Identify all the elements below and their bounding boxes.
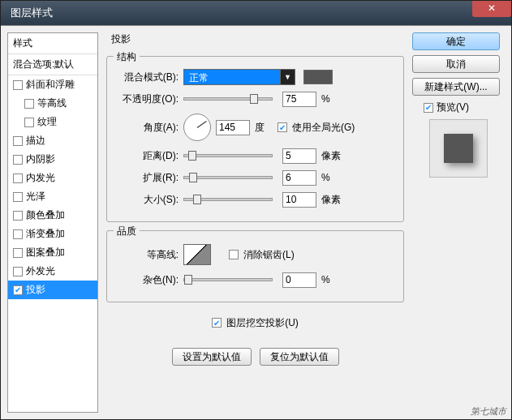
reset-default-button[interactable]: 复位为默认值	[260, 348, 339, 366]
style-checkbox-satin[interactable]	[13, 192, 23, 202]
blend-mode-dropdown[interactable]: 正常 ▼	[183, 69, 295, 85]
global-light-checkbox[interactable]: ✔	[278, 122, 287, 132]
section-title: 投影	[111, 32, 406, 46]
shadow-color-swatch[interactable]	[303, 70, 333, 84]
style-list: 样式 混合选项:默认 斜面和浮雕等高线纹理描边内阴影内发光光泽颜色叠加渐变叠加图…	[7, 32, 98, 413]
style-item-coloroverlay[interactable]: 颜色叠加	[8, 206, 97, 225]
angle-input[interactable]	[216, 120, 250, 135]
right-panel: 确定 取消 新建样式(W)... ✔ 预览(V)	[412, 32, 505, 413]
style-checkbox-outerglow[interactable]	[13, 267, 23, 276]
style-item-patternoverlay[interactable]: 图案叠加	[8, 243, 97, 262]
style-item-innershadow[interactable]: 内阴影	[8, 150, 97, 169]
size-slider[interactable]	[183, 198, 273, 201]
style-label-outerglow: 外发光	[26, 264, 55, 278]
quality-group: 品质 等高线: 消除锯齿(L) 杂色(N): %	[106, 230, 404, 302]
size-label: 大小(S):	[115, 193, 179, 207]
preview-swatch	[444, 134, 473, 163]
style-label-stroke: 描边	[26, 134, 45, 148]
preview-box	[429, 119, 488, 178]
style-checkbox-bevel[interactable]	[13, 80, 23, 90]
opacity-label: 不透明度(O):	[115, 92, 179, 106]
style-item-dropshadow[interactable]: ✔投影	[8, 281, 97, 299]
settings-panel: 投影 结构 混合模式(B): 正常 ▼ 不透明度(O): %	[105, 32, 406, 413]
knockout-label: 图层挖空投影(U)	[226, 316, 299, 330]
global-light-label: 使用全局光(G)	[292, 121, 355, 135]
style-checkbox-innershadow[interactable]	[13, 155, 23, 165]
antialias-label: 消除锯齿(L)	[243, 248, 295, 262]
distance-unit: 像素	[321, 149, 341, 163]
style-item-outerglow[interactable]: 外发光	[8, 262, 97, 281]
preview-label: 预览(V)	[437, 101, 469, 114]
style-checkbox-texture[interactable]	[24, 118, 34, 127]
style-item-satin[interactable]: 光泽	[8, 187, 97, 206]
contour-label: 等高线:	[115, 248, 179, 262]
noise-input[interactable]	[282, 272, 316, 288]
antialias-checkbox[interactable]	[229, 250, 239, 259]
style-label-satin: 光泽	[26, 190, 45, 204]
style-checkbox-coloroverlay[interactable]	[13, 211, 23, 221]
style-item-stroke[interactable]: 描边	[8, 131, 97, 150]
size-unit: 像素	[321, 193, 341, 207]
angle-unit: 度	[255, 121, 273, 135]
style-checkbox-innerglow[interactable]	[13, 174, 23, 183]
style-label-patternoverlay: 图案叠加	[26, 246, 65, 259]
blend-mode-label: 混合模式(B):	[115, 71, 179, 84]
close-button[interactable]: ✕	[472, 1, 511, 17]
make-default-button[interactable]: 设置为默认值	[172, 348, 252, 366]
style-label-innerglow: 内发光	[26, 171, 55, 185]
spread-slider[interactable]	[183, 176, 273, 179]
style-label-contour: 等高线	[37, 96, 67, 110]
window-title: 图层样式	[11, 6, 53, 20]
watermark: 第七城市	[471, 405, 506, 418]
styles-header[interactable]: 样式	[8, 33, 97, 54]
noise-label: 杂色(N):	[115, 273, 179, 287]
size-input[interactable]	[282, 192, 316, 208]
spread-label: 扩展(R):	[115, 171, 179, 185]
blending-options-header[interactable]: 混合选项:默认	[8, 54, 97, 75]
opacity-input[interactable]	[282, 92, 316, 107]
new-style-button[interactable]: 新建样式(W)...	[412, 78, 500, 96]
angle-dial[interactable]	[183, 114, 211, 141]
structure-group: 结构 混合模式(B): 正常 ▼ 不透明度(O): % 角度(A)	[106, 56, 404, 222]
style-checkbox-dropshadow[interactable]: ✔	[13, 285, 23, 295]
noise-slider[interactable]	[183, 278, 273, 281]
style-label-dropshadow: 投影	[26, 283, 45, 297]
opacity-unit: %	[321, 93, 339, 105]
distance-slider[interactable]	[183, 154, 273, 157]
knockout-checkbox[interactable]: ✔	[212, 318, 222, 328]
noise-unit: %	[321, 274, 339, 285]
structure-legend: 结构	[114, 50, 140, 64]
style-checkbox-gradientoverlay[interactable]	[13, 229, 23, 239]
chevron-down-icon[interactable]: ▼	[281, 69, 295, 85]
cancel-button[interactable]: 取消	[412, 55, 500, 73]
style-item-innerglow[interactable]: 内发光	[8, 169, 97, 187]
contour-picker[interactable]	[183, 244, 211, 265]
distance-input[interactable]	[282, 148, 316, 164]
style-item-gradientoverlay[interactable]: 渐变叠加	[8, 225, 97, 243]
style-label-bevel: 斜面和浮雕	[26, 78, 75, 92]
style-item-bevel[interactable]: 斜面和浮雕	[8, 75, 97, 94]
style-checkbox-patternoverlay[interactable]	[13, 248, 23, 258]
layer-style-dialog: 图层样式 ✕ 样式 混合选项:默认 斜面和浮雕等高线纹理描边内阴影内发光光泽颜色…	[0, 0, 512, 420]
style-label-gradientoverlay: 渐变叠加	[26, 227, 65, 241]
ok-button[interactable]: 确定	[412, 32, 500, 50]
quality-legend: 品质	[114, 225, 140, 238]
angle-label: 角度(A):	[115, 121, 179, 135]
spread-input[interactable]	[282, 170, 316, 186]
spread-unit: %	[321, 172, 339, 183]
style-checkbox-stroke[interactable]	[13, 136, 23, 146]
blend-mode-value: 正常	[183, 69, 281, 85]
style-item-contour[interactable]: 等高线	[8, 94, 97, 113]
style-label-texture: 纹理	[37, 115, 57, 129]
style-label-innershadow: 内阴影	[26, 152, 55, 166]
titlebar[interactable]: 图层样式 ✕	[1, 1, 511, 25]
preview-checkbox[interactable]: ✔	[424, 103, 433, 113]
opacity-slider[interactable]	[183, 97, 273, 101]
style-item-texture[interactable]: 纹理	[8, 113, 97, 131]
style-checkbox-contour[interactable]	[24, 99, 34, 109]
style-label-coloroverlay: 颜色叠加	[26, 208, 65, 222]
distance-label: 距离(D):	[115, 149, 179, 163]
